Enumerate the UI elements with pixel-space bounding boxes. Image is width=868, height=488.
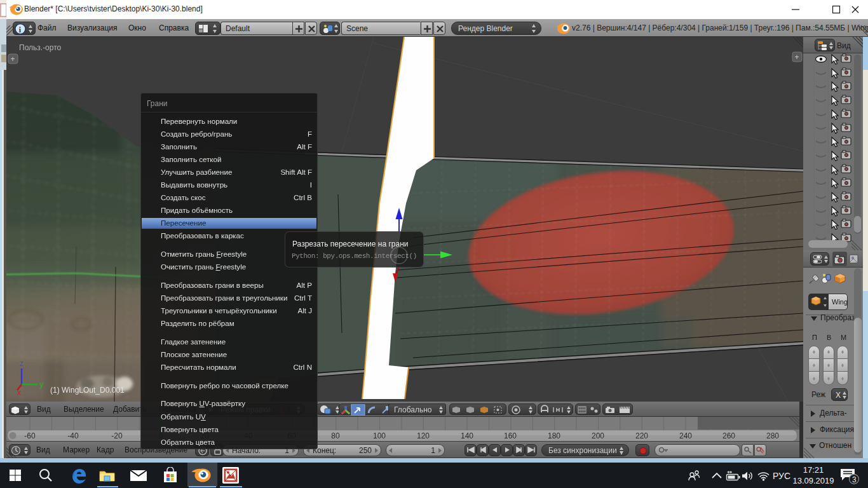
svg-text:+: + xyxy=(11,55,15,64)
svg-text:3: 3 xyxy=(852,475,857,484)
svg-text:y: y xyxy=(39,380,43,389)
svg-text:x: x xyxy=(17,388,21,397)
svg-text:i: i xyxy=(19,25,22,34)
svg-text:+: + xyxy=(795,53,799,62)
svg-text:z: z xyxy=(20,359,24,368)
